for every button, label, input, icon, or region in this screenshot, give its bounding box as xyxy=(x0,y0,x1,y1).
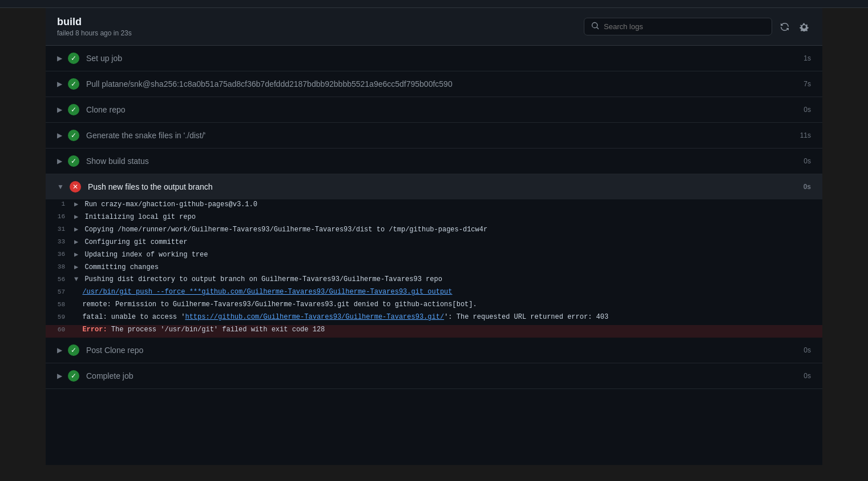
log-line: 1 ▶ Run crazy-max/ghaction-github-pages@… xyxy=(46,199,822,212)
chevron-right-icon: ▶ xyxy=(57,157,62,165)
job-row-setup[interactable]: ▶ ✓ Set up job 1s xyxy=(46,46,822,71)
log-line: 31 ▶ Copying /home/runner/work/Guilherme… xyxy=(46,225,822,237)
log-text: Error: The process '/usr/bin/git' failed… xyxy=(74,326,811,334)
header-right xyxy=(584,18,811,35)
line-number: 58 xyxy=(46,300,74,308)
log-text: ▶ Updating index of working tree xyxy=(74,250,811,259)
job-time-clone: 0s xyxy=(804,106,811,114)
chevron-right-icon: ▶ xyxy=(57,131,62,139)
job-name-generate: Generate the snake files in './dist/' xyxy=(86,131,800,140)
job-name-pull: Pull platane/snk@sha256:1c8a0b51a75ad8cf… xyxy=(86,79,804,89)
job-time-setup: 1s xyxy=(804,54,811,62)
chevron-right-icon: ▶ xyxy=(57,80,62,88)
line-number: 1 xyxy=(46,200,74,207)
job-time-complete: 0s xyxy=(804,372,811,380)
chevron-down-icon: ▼ xyxy=(57,183,64,191)
job-row-complete[interactable]: ▶ ✓ Complete job 0s xyxy=(46,363,822,389)
job-name-push: Push new files to the output branch xyxy=(88,182,804,191)
chevron-right-icon: ▶ xyxy=(57,346,62,354)
log-text: ▼ Pushing dist directory to output branc… xyxy=(74,275,811,283)
log-text: ▶ Initializing local git repo xyxy=(74,213,811,221)
chevron-right-icon: ▶ xyxy=(57,106,62,114)
status-success-icon: ✓ xyxy=(68,370,79,382)
job-name-complete: Complete job xyxy=(86,371,804,380)
job-time-generate: 11s xyxy=(800,131,811,139)
job-row-showbuild[interactable]: ▶ ✓ Show build status 0s xyxy=(46,149,822,174)
line-number: 16 xyxy=(46,213,74,220)
job-list: ▶ ✓ Set up job 1s ▶ ✓ Pull platane/snk@s… xyxy=(46,46,822,389)
job-row-push[interactable]: ▼ ✕ Push new files to the output branch … xyxy=(46,174,822,199)
search-icon xyxy=(591,22,599,31)
job-row-postclone[interactable]: ▶ ✓ Post Clone repo 0s xyxy=(46,338,822,363)
job-row-pull[interactable]: ▶ ✓ Pull platane/snk@sha256:1c8a0b51a75a… xyxy=(46,71,822,97)
line-number: 59 xyxy=(46,313,74,320)
status-success-icon: ✓ xyxy=(68,155,79,167)
header-left: build failed 8 hours ago in 23s xyxy=(57,16,132,37)
status-success-icon: ✓ xyxy=(68,78,79,90)
log-text: ▶ Copying /home/runner/work/Guilherme-Ta… xyxy=(74,225,811,234)
job-name-showbuild: Show build status xyxy=(86,157,804,166)
job-subtitle: failed 8 hours ago in 23s xyxy=(57,29,132,37)
log-line: 38 ▶ Committing changes xyxy=(46,262,822,275)
log-line: 56 ▼ Pushing dist directory to output br… xyxy=(46,275,822,287)
refresh-button[interactable] xyxy=(778,20,792,34)
job-header: build failed 8 hours ago in 23s xyxy=(46,8,822,46)
log-line: 33 ▶ Configuring git committer xyxy=(46,237,822,250)
log-text: /usr/bin/git push --force ***github.com/… xyxy=(74,288,811,296)
log-text: remote: Permission to Guilherme-Tavares9… xyxy=(74,300,811,308)
log-line-error: 60 Error: The process '/usr/bin/git' fai… xyxy=(46,325,822,338)
chevron-right-icon: ▶ xyxy=(57,372,62,380)
log-text: fatal: unable to access 'https://github.… xyxy=(74,313,811,321)
line-number: 33 xyxy=(46,238,74,245)
search-box[interactable] xyxy=(584,18,772,35)
log-line: 16 ▶ Initializing local git repo xyxy=(46,212,822,225)
search-input[interactable] xyxy=(604,22,765,31)
line-number: 60 xyxy=(46,326,74,333)
log-text: ▶ Run crazy-max/ghaction-github-pages@v3… xyxy=(74,200,811,209)
line-number: 31 xyxy=(46,225,74,233)
line-number: 36 xyxy=(46,250,74,258)
log-line: 59 fatal: unable to access 'https://gith… xyxy=(46,312,822,325)
settings-button[interactable] xyxy=(797,20,811,34)
job-name-setup: Set up job xyxy=(86,54,804,63)
line-number: 38 xyxy=(46,263,74,270)
job-row-clone[interactable]: ▶ ✓ Clone repo 0s xyxy=(46,97,822,123)
line-number: 57 xyxy=(46,288,74,295)
page-title: build xyxy=(57,16,132,28)
log-line: 36 ▶ Updating index of working tree xyxy=(46,250,822,262)
log-output: 1 ▶ Run crazy-max/ghaction-github-pages@… xyxy=(46,199,822,338)
job-time-showbuild: 0s xyxy=(804,157,811,165)
log-line: 58 remote: Permission to Guilherme-Tavar… xyxy=(46,300,822,312)
log-text: ▶ Committing changes xyxy=(74,263,811,271)
job-time-push: 0s xyxy=(804,183,811,191)
job-time-pull: 7s xyxy=(804,80,811,88)
line-number: 56 xyxy=(46,275,74,283)
status-success-icon: ✓ xyxy=(68,130,79,141)
chevron-right-icon: ▶ xyxy=(57,54,62,62)
log-text: ▶ Configuring git committer xyxy=(74,238,811,246)
job-name-clone: Clone repo xyxy=(86,105,804,114)
status-error-icon: ✕ xyxy=(70,181,81,193)
status-success-icon: ✓ xyxy=(68,104,79,115)
job-name-postclone: Post Clone repo xyxy=(86,346,804,355)
log-line: 57 /usr/bin/git push --force ***github.c… xyxy=(46,287,822,300)
status-success-icon: ✓ xyxy=(68,344,79,356)
status-success-icon: ✓ xyxy=(68,53,79,64)
job-row-generate[interactable]: ▶ ✓ Generate the snake files in './dist/… xyxy=(46,123,822,149)
job-time-postclone: 0s xyxy=(804,346,811,354)
